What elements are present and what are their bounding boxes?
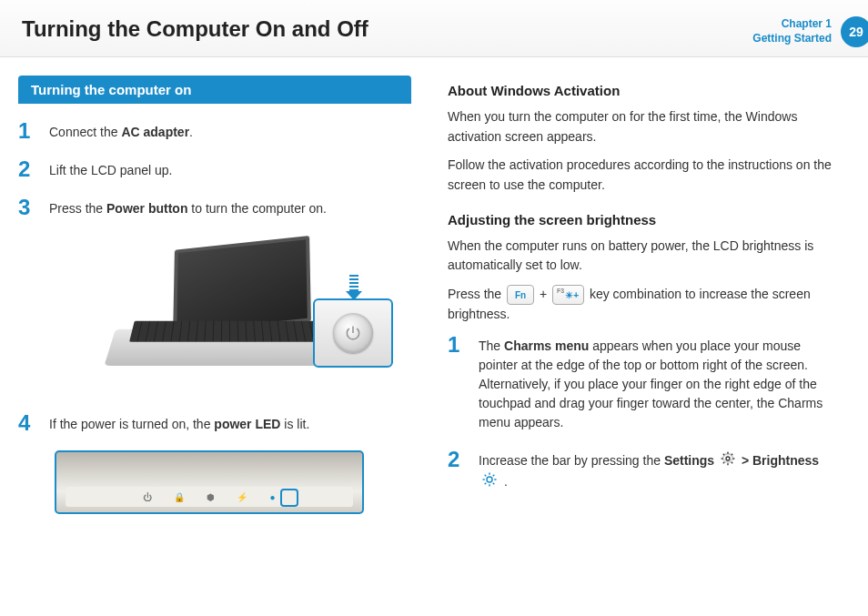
step-text-pre: Increase the bar by pressing the xyxy=(479,453,664,468)
step-4: 4 If the power is turned on, the power L… xyxy=(18,412,411,434)
step-text-pre: The xyxy=(479,338,504,353)
brightness-key-combo: Press the Fn + F3☀+ key combination to i… xyxy=(448,285,841,325)
svg-point-1 xyxy=(487,477,492,482)
chapter-line2: Getting Started xyxy=(752,32,832,46)
svg-point-0 xyxy=(726,457,730,460)
gt-separator: > xyxy=(742,453,752,468)
step-1: 1 Connect the AC adapter. xyxy=(18,120,411,142)
f3-key-icon: F3☀+ xyxy=(552,285,584,305)
step-text-pre: Press the xyxy=(49,201,106,216)
page-header: Turning the Computer On and Off Chapter … xyxy=(0,0,868,57)
brightness-icon xyxy=(481,471,498,493)
step-text-post: is lit. xyxy=(280,417,309,431)
step-text-bold: AC adapter xyxy=(121,125,189,139)
step-number: 2 xyxy=(448,449,468,493)
step-2: 2 Lift the LCD panel up. xyxy=(18,158,411,180)
led-strip: ⏻ 🔒 ⬢ ⚡ ● xyxy=(66,487,353,507)
arrow-down-icon xyxy=(349,275,358,293)
brightness-p1: When the computer runs on battery power,… xyxy=(448,237,841,276)
led-dot-icon: ⏻ xyxy=(143,492,152,502)
step-text-pre: Lift the LCD panel up. xyxy=(49,163,172,177)
step-number: 3 xyxy=(18,197,38,218)
step-text-post: . xyxy=(504,474,508,489)
step-body: Connect the AC adapter. xyxy=(49,120,193,142)
step-number: 2 xyxy=(18,158,38,180)
laptop-illustration xyxy=(45,235,411,394)
brightness-step-2: 2 Increase the bar by pressing the Setti… xyxy=(448,449,841,493)
led-dot-icon: ● xyxy=(269,492,275,502)
step-number: 1 xyxy=(18,120,38,142)
step-body: The Charms menu appears when you place y… xyxy=(479,334,841,432)
activation-heading: About Windows Activation xyxy=(448,83,841,98)
step-text-pre: If the power is turned on, the xyxy=(49,417,214,431)
brightness-heading: Adjusting the screen brightness xyxy=(448,212,841,227)
step-number: 4 xyxy=(18,412,38,434)
step-3: 3 Press the Power button to turn the com… xyxy=(18,197,411,218)
brightness-step-1: 1 The Charms menu appears when you place… xyxy=(448,334,841,432)
brightness-label: Brightness xyxy=(752,453,819,468)
power-button-callout xyxy=(313,298,393,368)
step-number: 1 xyxy=(448,334,468,432)
settings-label: Settings xyxy=(664,453,714,468)
page-title: Turning the Computer On and Off xyxy=(22,16,368,42)
left-column: Turning the computer on 1 Connect the AC… xyxy=(18,76,411,514)
step-body: Press the Power button to turn the compu… xyxy=(49,197,327,218)
chapter-info: Chapter 1 Getting Started xyxy=(752,17,832,45)
right-column: About Windows Activation When you turn t… xyxy=(448,76,841,514)
led-dot-icon: ⬢ xyxy=(207,492,215,502)
step-text-post: . xyxy=(189,125,193,139)
content-area: Turning the computer on 1 Connect the AC… xyxy=(0,57,868,514)
step-text-bold: Power button xyxy=(106,201,187,216)
step-body: Lift the LCD panel up. xyxy=(49,158,172,180)
page-number-badge: 29 xyxy=(841,16,868,47)
header-right: Chapter 1 Getting Started 29 xyxy=(752,16,868,47)
laptop-keyboard xyxy=(129,320,326,341)
step-text-bold: power LED xyxy=(214,417,280,431)
step-text-bold: Charms menu xyxy=(504,338,589,353)
led-dot-icon: ⚡ xyxy=(237,492,247,502)
step-text-pre: Connect the xyxy=(49,125,121,139)
gear-icon xyxy=(721,451,735,471)
led-illustration: ⏻ 🔒 ⬢ ⚡ ● xyxy=(55,450,364,514)
press-pre: Press the xyxy=(448,287,505,301)
led-dot-icon: 🔒 xyxy=(174,492,185,502)
activation-p2: Follow the activation procedures accordi… xyxy=(448,156,841,195)
plus-sign: + xyxy=(540,287,547,301)
step-text-post: to turn the computer on. xyxy=(187,201,327,216)
led-highlight-box xyxy=(280,489,298,507)
power-button-icon xyxy=(333,313,373,353)
fn-key-icon: Fn xyxy=(507,285,534,305)
laptop-placeholder xyxy=(110,242,347,388)
f3-label: F3 xyxy=(557,287,564,297)
section-header: Turning the computer on xyxy=(18,76,411,104)
step-body: If the power is turned on, the power LED… xyxy=(49,412,309,434)
activation-p1: When you turn the computer on for the fi… xyxy=(448,107,841,146)
chapter-line1: Chapter 1 xyxy=(752,17,832,32)
step-body: Increase the bar by pressing the Setting… xyxy=(479,449,841,493)
